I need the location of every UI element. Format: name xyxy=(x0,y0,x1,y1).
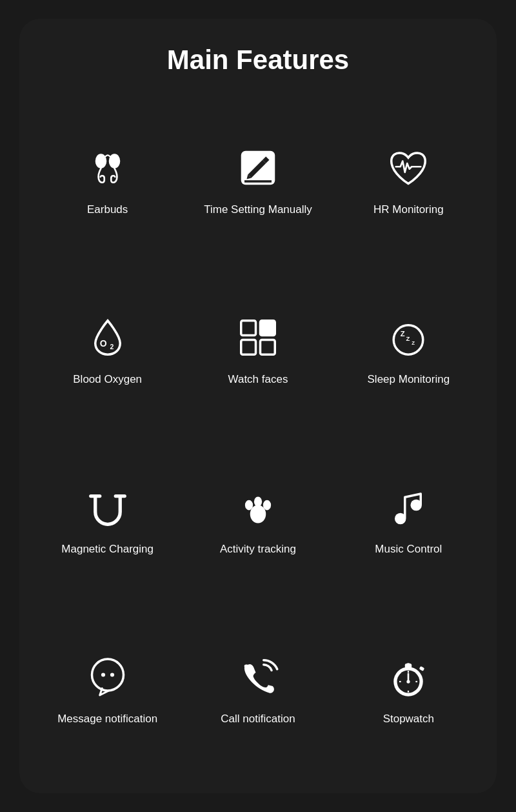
blood-oxygen-icon: O 2 xyxy=(82,312,134,363)
magnetic-charging-label: Magnetic Charging xyxy=(61,542,154,556)
svg-point-20 xyxy=(395,513,406,525)
svg-point-0 xyxy=(95,154,106,169)
feature-time-setting: Time Setting Manually xyxy=(183,95,333,265)
feature-blood-oxygen: O 2 Blood Oxygen xyxy=(32,265,183,434)
feature-call-notification: Call notification xyxy=(183,604,333,774)
svg-text:Z: Z xyxy=(412,340,415,346)
svg-point-31 xyxy=(407,680,410,684)
feature-watch-faces: Watch faces xyxy=(183,265,333,434)
feature-earbuds: Earbuds xyxy=(32,95,183,265)
svg-point-24 xyxy=(110,673,114,677)
svg-point-18 xyxy=(254,497,262,507)
svg-text:2: 2 xyxy=(110,343,114,350)
svg-rect-27 xyxy=(419,666,425,671)
feature-sleep-monitoring: Z Z Z Sleep Monitoring xyxy=(333,265,484,434)
time-setting-label: Time Setting Manually xyxy=(204,203,312,217)
svg-text:Z: Z xyxy=(406,336,410,343)
feature-music-control: Music Control xyxy=(333,434,484,604)
svg-point-17 xyxy=(245,500,253,511)
blood-oxygen-label: Blood Oxygen xyxy=(73,372,142,387)
svg-rect-6 xyxy=(241,321,256,336)
music-control-label: Music Control xyxy=(375,542,442,556)
watch-faces-label: Watch faces xyxy=(228,372,288,387)
svg-point-22 xyxy=(92,659,123,691)
feature-stopwatch: Stopwatch xyxy=(333,604,484,774)
features-grid: Earbuds Time Setting Manually xyxy=(32,95,484,774)
earbuds-label: Earbuds xyxy=(87,203,128,217)
feature-magnetic-charging: Magnetic Charging xyxy=(32,434,183,604)
svg-text:O: O xyxy=(99,338,106,349)
svg-point-29 xyxy=(406,664,412,669)
music-control-icon xyxy=(382,482,434,533)
call-notification-label: Call notification xyxy=(221,712,295,726)
activity-tracking-icon xyxy=(232,482,284,533)
hr-monitoring-label: HR Monitoring xyxy=(373,203,444,217)
main-card: Main Features Earbuds xyxy=(19,19,497,793)
time-setting-icon xyxy=(232,142,284,194)
feature-hr-monitoring: HR Monitoring xyxy=(333,95,484,265)
activity-tracking-label: Activity tracking xyxy=(220,542,296,556)
svg-rect-8 xyxy=(241,340,256,355)
call-notification-icon xyxy=(232,651,284,703)
stopwatch-icon xyxy=(382,651,434,703)
svg-point-19 xyxy=(263,500,271,511)
svg-point-16 xyxy=(250,505,266,523)
stopwatch-label: Stopwatch xyxy=(383,712,434,726)
page-title: Main Features xyxy=(167,45,349,76)
svg-text:Z: Z xyxy=(401,330,405,338)
feature-message-notification: Message notification xyxy=(32,604,183,774)
message-notification-label: Message notification xyxy=(57,712,157,726)
watch-faces-icon xyxy=(232,312,284,363)
svg-point-1 xyxy=(108,154,120,169)
feature-activity-tracking: Activity tracking xyxy=(183,434,333,604)
message-notification-icon xyxy=(82,651,134,703)
earbuds-icon xyxy=(82,142,134,194)
hr-monitoring-icon xyxy=(382,142,434,194)
svg-point-21 xyxy=(411,500,422,511)
sleep-monitoring-label: Sleep Monitoring xyxy=(368,372,450,387)
svg-rect-9 xyxy=(260,340,275,355)
svg-point-23 xyxy=(101,673,105,677)
sleep-monitoring-icon: Z Z Z xyxy=(382,312,434,363)
magnetic-charging-icon xyxy=(82,482,134,533)
